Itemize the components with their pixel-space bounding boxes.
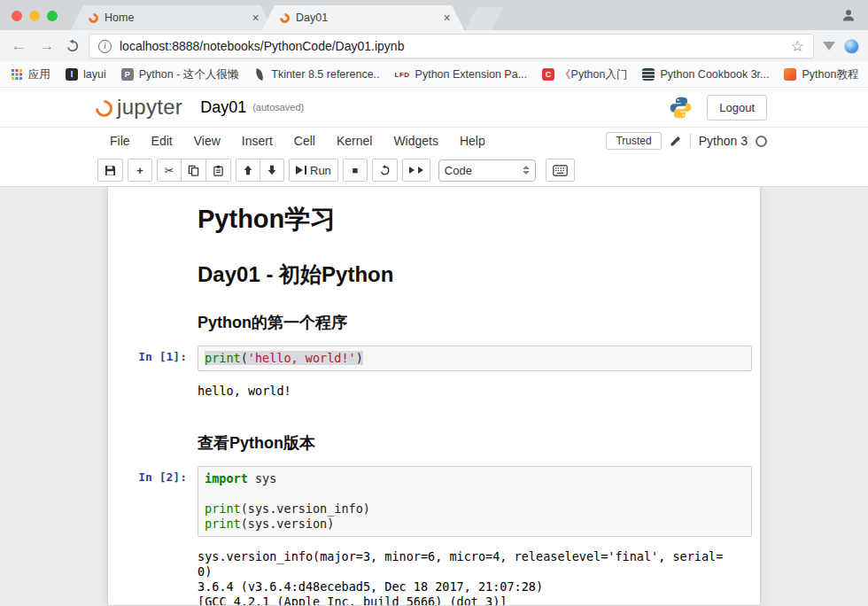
menu-insert[interactable]: Insert — [231, 130, 283, 152]
prompt-empty — [112, 423, 198, 457]
fast-forward-icon — [418, 167, 423, 174]
cut-cell-button[interactable]: ✂ — [157, 159, 182, 182]
move-cell-down-button[interactable] — [260, 159, 284, 182]
output-prompt — [112, 380, 198, 402]
code-editor[interactable]: import sys print(sys.version_info) print… — [198, 466, 752, 537]
bookmark-label: layui — [83, 68, 106, 81]
move-cell-up-button[interactable] — [236, 159, 260, 182]
cell-type-select[interactable]: Code — [438, 159, 536, 182]
bookmark-tkinter[interactable]: Tkinter 8.5 reference.. — [253, 68, 379, 81]
paste-cell-button[interactable] — [205, 159, 231, 182]
forward-icon[interactable]: → — [37, 37, 57, 55]
jupyter-logo-icon — [92, 97, 116, 120]
extension-triangle-icon[interactable] — [823, 42, 835, 50]
notebook-scroll-area[interactable]: Python学习 Day01 - 初始Python Python的第一个程序 I… — [0, 187, 868, 606]
logout-button[interactable]: Logout — [707, 95, 767, 120]
restart-kernel-button[interactable] — [372, 159, 398, 182]
menubar-right: Trusted Python 3 — [606, 132, 767, 150]
new-tab-button[interactable] — [465, 7, 504, 30]
run-cell-button[interactable]: Run — [289, 159, 338, 182]
output-area-1: hello, world! — [108, 376, 760, 407]
menu-help[interactable]: Help — [449, 130, 496, 152]
fullscreen-window-button[interactable] — [47, 11, 58, 21]
bookmark-python-intro[interactable]: C 《Python入门 — [542, 67, 627, 82]
minimize-window-button[interactable] — [29, 11, 40, 21]
tab-title: Home — [105, 12, 243, 24]
save-button[interactable] — [97, 159, 123, 182]
close-window-button[interactable] — [12, 11, 22, 21]
heading-python-study: Python学习 — [198, 202, 756, 237]
menu-edit[interactable]: Edit — [141, 130, 183, 152]
bookmark-star-icon[interactable]: ☆ — [791, 37, 804, 56]
trusted-badge[interactable]: Trusted — [606, 132, 661, 150]
bookmark-python-extension[interactable]: LFD Python Extension Pa... — [395, 68, 528, 81]
copy-cell-button[interactable] — [181, 159, 206, 182]
tab-home[interactable]: Home × — [71, 5, 273, 30]
bookmark-python-tutorial[interactable]: Python教程 — [784, 67, 858, 82]
prompt-empty — [112, 253, 198, 294]
bookmark-label: 应用 — [28, 67, 50, 82]
input-prompt: In [1]: — [112, 346, 198, 371]
url-field[interactable]: i localhost:8888/notebooks/PythonCode/Da… — [89, 34, 814, 58]
menu-widgets[interactable]: Widgets — [383, 130, 449, 152]
menu-kernel[interactable]: Kernel — [326, 130, 383, 152]
menu-cell[interactable]: Cell — [283, 130, 326, 152]
copy-icon — [188, 165, 199, 176]
save-floppy-icon — [105, 165, 116, 176]
code-cell-1[interactable]: In [1]: print('hello, world!') — [108, 341, 760, 376]
run-bar-icon — [305, 166, 306, 175]
code-cell-2[interactable]: In [2]: import sys print(sys.version_inf… — [108, 462, 760, 541]
bookmark-label: Python Extension Pa... — [415, 68, 527, 81]
markdown-cell-first-program[interactable]: Python的第一个程序 — [108, 299, 760, 341]
back-icon[interactable]: ← — [9, 37, 28, 55]
csdn-icon: C — [542, 68, 554, 81]
run-play-icon — [296, 166, 303, 175]
interrupt-kernel-button[interactable]: ■ — [343, 159, 368, 182]
profile-icon[interactable] — [841, 8, 856, 22]
fast-forward-icon — [409, 167, 415, 174]
reload-icon[interactable] — [66, 39, 80, 53]
url-text[interactable]: localhost:8888/notebooks/PythonCode/Day0… — [120, 39, 783, 53]
markdown-cell-version[interactable]: 查看Python版本 — [108, 419, 760, 462]
jupyter-favicon — [278, 11, 292, 25]
heading-first-program: Python的第一个程序 — [198, 312, 756, 333]
page-info-icon[interactable]: i — [98, 40, 112, 53]
output-text: sys.version_info(major=3, minor=6, micro… — [198, 546, 756, 606]
close-tab-icon[interactable]: × — [249, 12, 262, 24]
kernel-name: Python 3 — [699, 134, 748, 148]
bookmark-label: 《Python入门 — [560, 67, 627, 82]
move-cell-group — [236, 159, 284, 182]
heading-check-version: 查看Python版本 — [198, 432, 756, 454]
code-editor[interactable]: print('hello, world!') — [198, 346, 752, 371]
book-icon — [642, 68, 655, 81]
prompt-empty — [112, 198, 198, 245]
markdown-cell-day01[interactable]: Day01 - 初始Python — [108, 249, 760, 299]
jupyter-menubar: File Edit View Insert Cell Kernel Widget… — [0, 127, 868, 154]
bookmark-python-blog[interactable]: P Python - 这个人很懒 — [121, 67, 239, 82]
tab-day01[interactable]: Day01 × — [262, 5, 464, 30]
address-bar: ← → i localhost:8888/notebooks/PythonCod… — [0, 30, 868, 62]
input-prompt: In [2]: — [112, 466, 198, 537]
bookmark-python-cookbook[interactable]: Python Cookbook 3r... — [642, 68, 769, 81]
close-tab-icon[interactable]: × — [440, 12, 453, 24]
bookmark-label: Python Cookbook 3r... — [660, 68, 769, 81]
bookmark-label: Python - 这个人很懒 — [139, 67, 239, 82]
bookmark-label: Python教程 — [802, 67, 858, 82]
lfd-badge-icon: LFD — [395, 71, 410, 79]
output-text: hello, world! — [198, 380, 756, 402]
heading-day01: Day01 - 初始Python — [198, 260, 756, 289]
bookmark-layui[interactable]: l layui — [66, 68, 106, 81]
site-icon: P — [121, 68, 134, 81]
extension-globe-icon[interactable] — [844, 39, 859, 54]
jupyter-logo[interactable]: jupyter — [96, 95, 182, 120]
menu-file[interactable]: File — [99, 130, 141, 152]
add-cell-button[interactable]: + — [128, 159, 152, 182]
menu-view[interactable]: View — [183, 130, 231, 152]
layui-icon: l — [66, 68, 78, 81]
command-palette-button[interactable] — [546, 159, 575, 182]
restart-run-all-button[interactable] — [402, 159, 430, 182]
notebook-title[interactable]: Day01 — [200, 98, 246, 117]
bookmark-apps[interactable]: 应用 — [11, 67, 50, 82]
markdown-cell-title[interactable]: Python学习 — [108, 194, 760, 249]
bookmarks-bar: 应用 l layui P Python - 这个人很懒 Tkinter 8.5 … — [0, 62, 868, 88]
